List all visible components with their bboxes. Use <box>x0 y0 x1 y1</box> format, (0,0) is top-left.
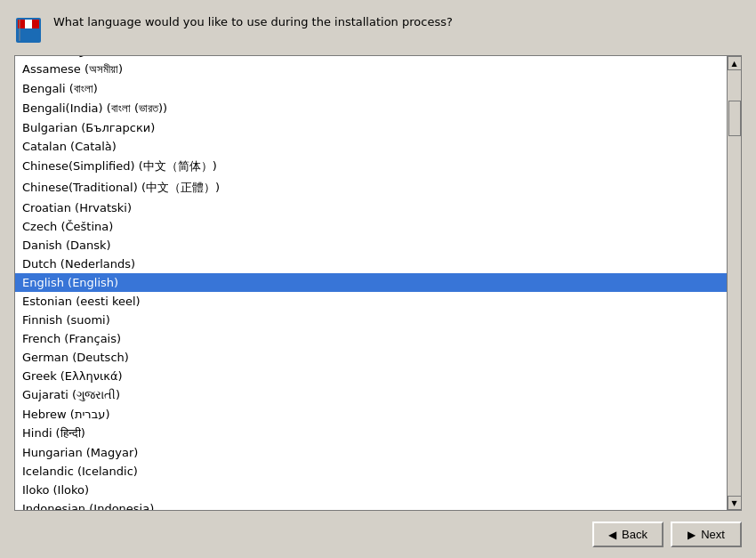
language-item[interactable]: Danish (Dansk) <box>15 236 727 255</box>
header-title: What language would you like to use duri… <box>53 14 453 30</box>
scrollbar-track: ▲ ▼ <box>727 56 741 510</box>
language-item[interactable]: Bulgarian (Български) <box>15 118 727 137</box>
language-item[interactable]: Hebrew (עברית) <box>15 405 727 424</box>
language-list-container: Arabic (العربية)Assamese (অসমীয়া)Bengal… <box>14 55 742 511</box>
svg-rect-4 <box>32 20 39 28</box>
next-label: Next <box>701 528 725 541</box>
language-item[interactable]: French (Français) <box>15 329 727 348</box>
back-label: Back <box>622 528 647 541</box>
language-item[interactable]: Finnish (suomi) <box>15 311 727 329</box>
installer-icon <box>14 16 43 44</box>
language-list[interactable]: Arabic (العربية)Assamese (অসমীয়া)Bengal… <box>15 56 727 510</box>
main-content: Arabic (العربية)Assamese (অসমীয়া)Bengal… <box>0 55 756 511</box>
language-item[interactable]: Icelandic (Icelandic) <box>15 462 727 481</box>
language-item[interactable]: Estonian (eesti keel) <box>15 292 727 311</box>
back-icon: ◀ <box>608 529 616 541</box>
language-item[interactable]: German (Deutsch) <box>15 348 727 367</box>
language-item[interactable]: Indonesian (Indonesia) <box>15 499 727 510</box>
scrollbar-down-button[interactable]: ▼ <box>728 496 742 510</box>
language-item[interactable]: Gujarati (ગુજરાતી) <box>15 385 727 405</box>
svg-rect-5 <box>18 28 39 37</box>
header: What language would you like to use duri… <box>0 0 756 55</box>
language-item[interactable]: Chinese(Traditional) (中文（正體）) <box>15 177 727 198</box>
language-item[interactable]: Bengali(India) (বাংলা (ভারত)) <box>15 99 727 118</box>
next-button[interactable]: ▶ Next <box>671 522 742 547</box>
language-item[interactable]: Hindi (हिन्दी) <box>15 424 727 443</box>
language-item[interactable]: Iloko (Iloko) <box>15 481 727 499</box>
language-item[interactable]: Chinese(Simplified) (中文（简体）) <box>15 156 727 177</box>
back-button[interactable]: ◀ Back <box>592 522 664 547</box>
language-item[interactable]: Assamese (অসমীয়া) <box>15 60 727 79</box>
language-item[interactable]: Dutch (Nederlands) <box>15 255 727 273</box>
language-item[interactable]: Czech (Čeština) <box>15 217 727 236</box>
svg-rect-3 <box>25 20 32 28</box>
next-icon: ▶ <box>688 529 696 541</box>
scrollbar-thumb[interactable] <box>728 101 741 136</box>
language-item[interactable]: Greek (Ελληνικά) <box>15 367 727 385</box>
language-item[interactable]: Catalan (Català) <box>15 137 727 156</box>
footer: ◀ Back ▶ Next <box>0 511 756 558</box>
language-item[interactable]: Bengali (বাংলা) <box>15 79 727 99</box>
language-item[interactable]: Hungarian (Magyar) <box>15 443 727 462</box>
language-item[interactable]: Croatian (Hrvatski) <box>15 198 727 217</box>
svg-rect-2 <box>18 20 25 28</box>
language-item[interactable]: English (English) <box>15 273 727 292</box>
scrollbar-up-button[interactable]: ▲ <box>728 56 742 70</box>
